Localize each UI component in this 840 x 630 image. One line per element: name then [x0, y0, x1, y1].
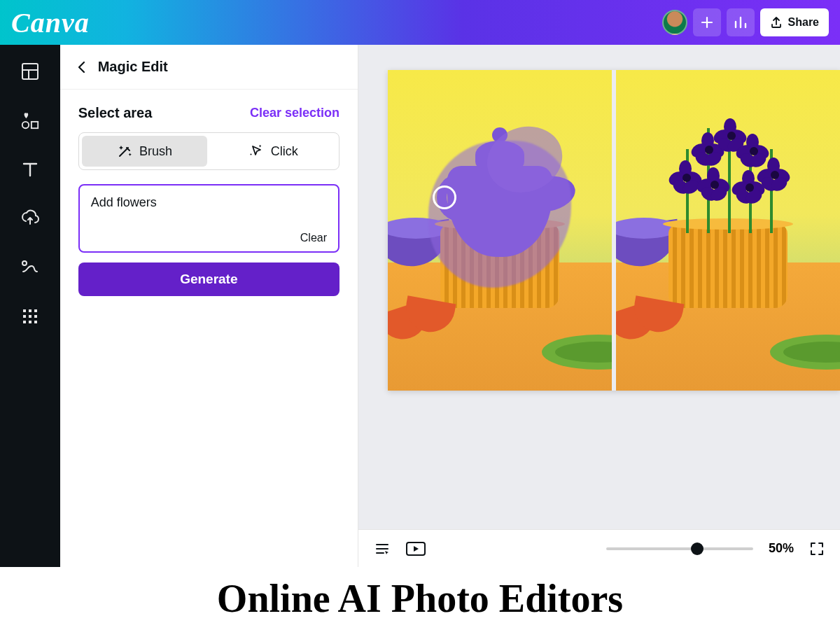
brush-cursor-indicator	[433, 186, 456, 209]
magic-edit-panel: Magic Edit Select area Clear selection B…	[60, 45, 358, 567]
magic-brush-icon	[117, 144, 132, 159]
image-after[interactable]	[616, 70, 840, 391]
fullscreen-icon[interactable]	[809, 541, 825, 556]
brush-label: Brush	[139, 144, 172, 159]
select-area-label: Select area	[78, 105, 153, 121]
image-before[interactable]	[388, 70, 612, 391]
draw-icon[interactable]	[20, 258, 40, 277]
svg-rect-12	[34, 321, 37, 323]
click-mode-button[interactable]: Click	[210, 136, 336, 167]
prompt-input[interactable]: Add flowers Clear	[78, 184, 340, 253]
templates-icon[interactable]	[20, 62, 40, 81]
svg-rect-7	[23, 315, 26, 318]
svg-rect-2	[31, 122, 38, 128]
image-comparison	[388, 70, 840, 391]
panel-header: Magic Edit	[60, 45, 358, 90]
svg-point-3	[22, 261, 27, 265]
bar-chart-icon	[733, 15, 748, 30]
share-button[interactable]: Share	[760, 8, 829, 36]
clear-selection-button[interactable]: Clear selection	[250, 106, 340, 120]
page-headline: Online AI Photo Editors	[0, 567, 840, 630]
elements-icon[interactable]	[20, 111, 40, 130]
brush-mode-button[interactable]: Brush	[82, 136, 208, 167]
play-icon	[412, 545, 420, 553]
selection-mode-segment: Brush Click	[78, 132, 340, 170]
prompt-text[interactable]: Add flowers	[91, 195, 327, 226]
svg-rect-10	[23, 321, 26, 323]
present-button[interactable]	[406, 542, 426, 556]
zoom-thumb[interactable]	[691, 542, 704, 555]
top-bar: Canva Share	[0, 0, 840, 45]
plus-icon	[700, 15, 714, 29]
canvas[interactable]	[358, 45, 840, 529]
text-icon[interactable]	[20, 160, 40, 179]
zoom-slider[interactable]	[606, 547, 753, 550]
uploads-icon[interactable]	[20, 209, 40, 228]
generate-button[interactable]: Generate	[78, 262, 340, 296]
topbar-actions: Share	[662, 8, 829, 36]
svg-point-1	[22, 122, 29, 128]
brand-logo: Canva	[11, 6, 90, 39]
canvas-statusbar: 50%	[358, 529, 840, 567]
insights-button[interactable]	[727, 8, 755, 36]
panel-title: Magic Edit	[98, 59, 168, 75]
share-label: Share	[788, 16, 819, 29]
svg-rect-9	[34, 315, 37, 318]
notes-icon[interactable]	[374, 540, 391, 557]
prompt-clear-button[interactable]: Clear	[91, 226, 327, 244]
svg-rect-8	[29, 315, 31, 318]
magic-cursor-icon	[248, 144, 264, 159]
share-icon	[770, 16, 783, 29]
main: Magic Edit Select area Clear selection B…	[0, 45, 840, 567]
click-label: Click	[271, 144, 298, 159]
canvas-area: 50%	[358, 45, 840, 567]
back-icon[interactable]	[76, 61, 88, 74]
svg-rect-6	[34, 309, 37, 312]
avatar[interactable]	[662, 10, 687, 35]
apps-icon[interactable]	[20, 307, 40, 326]
svg-rect-0	[22, 64, 38, 79]
left-rail	[0, 45, 60, 567]
create-button[interactable]	[693, 8, 721, 36]
svg-rect-4	[23, 309, 26, 312]
svg-rect-5	[29, 309, 31, 312]
svg-rect-11	[29, 321, 31, 323]
zoom-label: 50%	[769, 541, 794, 556]
